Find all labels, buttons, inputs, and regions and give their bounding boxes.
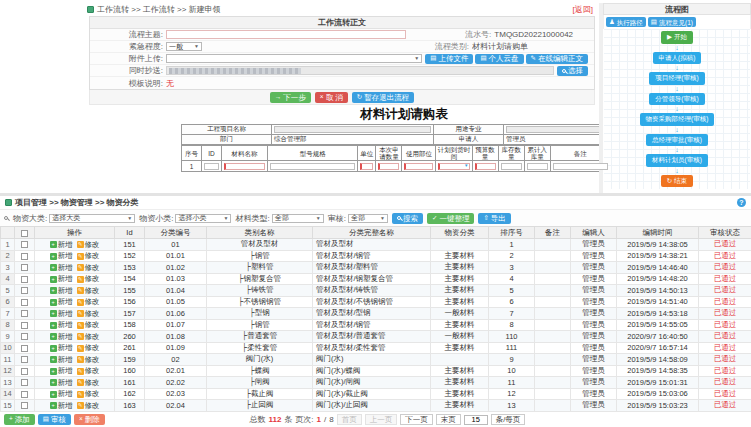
help-icon[interactable]: ? [737,198,746,207]
cell-status[interactable]: 已通过 [699,354,751,366]
audit-button[interactable]: ▤ 审核 [38,414,71,425]
row-edit-button[interactable]: ✎修改 [77,240,100,250]
req-input[interactable] [378,163,399,170]
table-row[interactable]: 4+新增✎修改15401.03├钢塑复合管管材及型材/钢塑复合管主要材料4管理员… [1,273,751,285]
attachment-select[interactable]: ▼ [166,54,422,63]
cell-status[interactable]: 已通过 [699,377,751,389]
table-row[interactable]: 13+新增✎修改16102.02├闸阀阀门(水)/闸阀主要材料11管理员2019… [1,377,751,389]
export-button[interactable]: ⇧ 导出 [478,213,510,224]
select-all-checkbox[interactable] [21,230,28,237]
cell-status[interactable]: 已通过 [699,250,751,262]
cell-status[interactable]: 已通过 [699,365,751,377]
table-row[interactable]: 8+新增✎修改15801.07├钢管管材及型材/钢管主要材料8管理员2019/5… [1,319,751,331]
add-button[interactable]: + 添加 [4,414,35,425]
row-add-button[interactable]: +新增 [50,389,73,399]
req-input[interactable] [475,163,496,170]
flow-node-step[interactable]: 材料计划员(审核) [646,154,708,167]
row-edit-button[interactable]: ✎修改 [77,320,100,330]
save-exit-button[interactable]: ↻ 暂存退出流程 [352,92,414,103]
row-checkbox[interactable] [21,299,28,306]
row-checkbox[interactable] [21,402,28,409]
row-add-button[interactable]: +新增 [50,320,73,330]
table-row[interactable]: 6+新增✎修改15601.05├不锈钢钢管管材及型材/不锈钢钢管主要材料6管理员… [1,296,751,308]
req-input[interactable] [501,163,522,170]
flow-node-step[interactable]: 申请人(拟稿) [653,52,702,65]
row-edit-button[interactable]: ✎修改 [77,332,100,342]
flow-node-start[interactable]: ▶ 开始 [661,31,693,44]
row-add-button[interactable]: +新增 [50,240,73,250]
table-row[interactable]: 15+新增✎修改16302.04├止回阀阀门(水)/止回阀主要材料13管理员20… [1,400,751,412]
row-add-button[interactable]: +新增 [50,251,73,261]
per-page-button[interactable]: 条/每页 [491,414,526,425]
table-row[interactable]: 14+新增✎修改16202.03├截止阀阀门(水)/截止阀主要材料12管理员20… [1,388,751,400]
req-input[interactable]: ▼ [438,163,469,170]
table-row[interactable]: 7+新增✎修改15701.06├型钢管材及型材/型钢一般材料7管理员2019/5… [1,308,751,320]
filter-select[interactable]: 全部▼ [348,214,388,223]
row-checkbox[interactable] [21,379,28,386]
row-checkbox[interactable] [21,253,28,260]
filter-select[interactable]: 选择大类▼ [49,214,135,223]
cell-status[interactable]: 已通过 [699,331,751,343]
table-row[interactable]: 2+新增✎修改15201.01├钢管管材及型材/钢管主要材料2管理员2019/5… [1,250,751,262]
flow-node-step[interactable]: 物资采购部经理(审核) [640,113,715,126]
urgency-select[interactable]: 一般 ▼ [166,42,202,51]
project-name-input[interactable] [274,126,431,133]
cancel-button[interactable]: × 取 消 [315,92,348,103]
row-add-button[interactable]: +新增 [50,378,73,388]
cell-status[interactable]: 已通过 [699,296,751,308]
row-edit-button[interactable]: ✎修改 [77,297,100,307]
prev-page-button[interactable]: 上一页 [365,414,398,425]
row-add-button[interactable]: +新增 [50,263,73,273]
table-row[interactable]: 1+新增✎修改15101管材及型材管材及型材1管理员2019/5/9 14:38… [1,239,751,251]
search-button[interactable]: 搜索 [392,213,423,224]
req-input[interactable] [553,163,608,170]
cell-status[interactable]: 已通过 [699,319,751,331]
row-add-button[interactable]: +新增 [50,274,73,284]
cc-recipients-input[interactable] [166,66,554,75]
table-row[interactable]: 3+新增✎修改15301.02├塑料管管材及型材/塑料管主要材料3管理员2019… [1,262,751,274]
cell-status[interactable]: 已通过 [699,400,751,412]
one-click-tidy-button[interactable]: ✓ 一键整理 [427,213,474,224]
req-input[interactable] [404,163,433,170]
delete-button[interactable]: × 删除 [74,414,105,425]
flow-opinion-button[interactable]: ▤ 流程意见(1) [648,17,696,27]
row-checkbox[interactable] [21,345,28,352]
filter-select[interactable]: 选择小类▼ [175,214,231,223]
cell-status[interactable]: 已通过 [699,285,751,297]
table-row[interactable]: 5+新增✎修改15501.04├铸铁管管材及型材/铸铁管主要材料5管理员2019… [1,285,751,297]
cell-status[interactable]: 已通过 [699,239,751,251]
next-page-button[interactable]: 下一页 [400,414,433,425]
filter-select[interactable]: 全部▼ [272,214,324,223]
row-checkbox[interactable] [21,310,28,317]
row-add-button[interactable]: +新增 [50,332,73,342]
req-input[interactable] [204,163,219,170]
req-input[interactable] [527,163,548,170]
row-add-button[interactable]: +新增 [50,366,73,376]
personal-cloud-button[interactable]: ▤ 个人云盘 [475,54,523,64]
row-edit-button[interactable]: ✎修改 [77,309,100,319]
row-add-button[interactable]: +新增 [50,309,73,319]
online-edit-button[interactable]: ✎ 在线编辑正文 [526,54,588,64]
row-checkbox[interactable] [21,333,28,340]
row-add-button[interactable]: +新增 [50,297,73,307]
req-input[interactable] [224,163,265,170]
row-edit-button[interactable]: ✎修改 [77,401,100,411]
row-checkbox[interactable] [21,322,28,329]
row-edit-button[interactable]: ✎修改 [77,263,100,273]
row-add-button[interactable]: +新增 [50,286,73,296]
row-checkbox[interactable] [21,287,28,294]
flow-node-step[interactable]: 总经理审批(审核) [646,134,708,147]
row-checkbox[interactable] [21,241,28,248]
first-page-button[interactable]: 首页 [337,414,362,425]
flow-node-step[interactable]: 项目经理(审核) [649,72,704,85]
cell-status[interactable]: 已通过 [699,342,751,354]
row-checkbox[interactable] [21,356,28,363]
row-add-button[interactable]: +新增 [50,343,73,353]
row-edit-button[interactable]: ✎修改 [77,286,100,296]
next-step-button[interactable]: → 下一步 [270,92,311,103]
date-picker-icon[interactable]: ▼ [464,164,468,169]
flow-topic-input[interactable] [166,30,406,39]
page-size-input[interactable] [464,415,488,425]
req-input[interactable] [270,163,355,170]
table-row[interactable]: 12+新增✎修改16002.01├蝶阀阀门(水)/蝶阀主要材料10管理员2019… [1,365,751,377]
